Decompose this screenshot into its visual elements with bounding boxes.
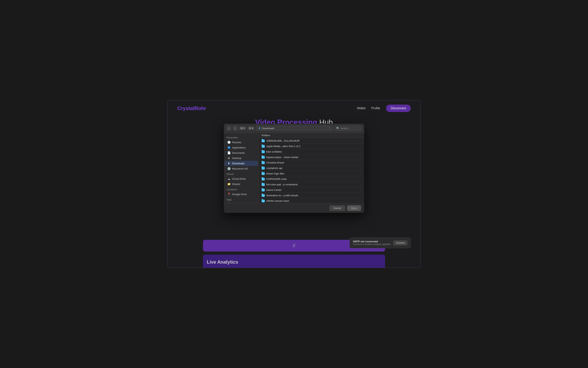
location-icon: ⬇ [258, 127, 261, 130]
open-button[interactable]: Open [347, 205, 361, 211]
file-row[interactable]: FAIRSAVER-main › [259, 176, 364, 182]
folder-icon [262, 139, 265, 142]
sidebar-item-desktop[interactable]: 🖥 Desktop [225, 156, 258, 161]
file-name: b&w scribbles [266, 150, 282, 153]
icloud-drive-icon: ☁ [227, 177, 231, 180]
file-row[interactable]: illustration-su...y-with-clouds › [259, 193, 364, 198]
file-name: crystalrohr-api [266, 167, 282, 170]
xmtp-text: XMTP not connected Connect to enable ana… [353, 240, 391, 246]
sidebar-item-label-applications: Applications [232, 146, 246, 149]
column-view-button[interactable]: ⊞▾ [239, 126, 246, 130]
location-bar[interactable]: ⬇ Downloads ⌃ [256, 126, 333, 131]
file-row[interactable]: infinite-canvas-react › [259, 198, 364, 203]
grid-view-icon: ⊟ [249, 127, 251, 129]
sidebar-item-shared[interactable]: 📁 Shared [225, 182, 258, 186]
chevron-right-icon: › [361, 184, 361, 186]
navbar: CrystalRohr Wallet Profile Disconnect [168, 100, 420, 116]
desktop-icon: 🖥 [227, 156, 231, 160]
file-name: Chowlive Brand [266, 161, 284, 164]
file-name: bypass-payw...-clean-master [266, 156, 298, 159]
sidebar-item-documents[interactable]: 📄 Documents [225, 150, 258, 155]
dialog-sidebar: Favourites 🕐 Recents 🔷 Applications 📄 Do… [224, 133, 259, 203]
sidebar-item-label-desktop: Desktop [232, 157, 241, 160]
chevron-right-icon: › [361, 189, 361, 191]
file-row[interactable]: dream logo files › [259, 171, 364, 176]
chevron-right-icon: › [361, 156, 361, 158]
folder-icon [262, 194, 265, 197]
folder-icon [262, 183, 265, 186]
sidebar-item-label-google-drive: Google Drive [232, 193, 247, 196]
sidebar-item-google-drive[interactable]: 📍 Google Drive [225, 192, 258, 197]
app-window: CrystalRohr Wallet Profile Disconnect Vi… [167, 100, 421, 268]
chevron-right-icon: › [361, 173, 361, 175]
forward-button[interactable]: › [233, 126, 237, 130]
profile-link[interactable]: Profile [371, 107, 380, 110]
folder-icon [262, 161, 265, 164]
sidebar-item-label-recents: Recents [232, 141, 241, 144]
file-row[interactable]: 16695461906...G1L2HnA6JR › [259, 138, 364, 144]
file-row[interactable]: b&w scribbles › [259, 149, 364, 155]
live-analytics-title: Live Analytics [207, 259, 381, 265]
file-row[interactable]: bypass-payw...-clean-master › [259, 155, 364, 160]
file-name: 16695461906...G1L2HnA6JR [266, 139, 300, 142]
file-list: Folders 16695461906...G1L2HnA6JR › Apple… [259, 133, 364, 203]
search-bar[interactable]: 🔍 Search [334, 126, 361, 131]
xmtp-title: XMTP not connected [353, 240, 391, 243]
sidebar-item-applications[interactable]: 🔷 Applications [225, 145, 258, 150]
chevron-right-icon: › [361, 194, 361, 197]
sidebar-item-label-icloud-drive: iCloud Drive [232, 177, 246, 180]
wallet-link[interactable]: Wallet [357, 107, 365, 110]
file-name: dream logo files [266, 172, 284, 175]
folder-icon [262, 156, 265, 159]
locations-label: Locations [224, 187, 259, 191]
dialog-toolbar: ‹ › ⊞▾ ⊟▾ ⬇ Downloads ⌃ 🔍 Search [224, 124, 364, 133]
location-chevron: ⌃ [328, 127, 330, 130]
sidebar-item-icloud-drive[interactable]: ☁ iCloud Drive [225, 176, 258, 181]
file-row[interactable]: Game Center › [259, 187, 364, 193]
chevron-right-icon: › [361, 200, 361, 202]
sidebar-item-downloads[interactable]: ⬇ Downloads [225, 161, 258, 166]
tags-label: Tags [224, 197, 259, 202]
google-drive-icon: 📍 [227, 193, 231, 196]
sidebar-item-label-tag-red: Red [232, 203, 237, 203]
sidebar-item-tag-red[interactable]: 🔴 Red [225, 202, 258, 203]
chevron-right-icon: › [361, 178, 361, 180]
live-analytics-section: Live Analytics [203, 255, 385, 268]
file-name: FAIRSAVER-main [266, 178, 287, 181]
sidebar-item-macintosh-hd[interactable]: 💿 Macintosh HD [225, 166, 258, 171]
sidebar-item-recents[interactable]: 🕐 Recents [225, 140, 258, 145]
grid-view-button[interactable]: ⊟▾ [248, 126, 255, 130]
dialog-footer: Cancel Open [224, 203, 364, 213]
sidebar-item-label-downloads: Downloads [232, 162, 244, 165]
sidebar-item-label-shared: Shared [232, 183, 240, 185]
chevron-right-icon: › [361, 162, 361, 164]
back-button[interactable]: ‹ [227, 126, 231, 130]
file-row[interactable]: full-color-patt...ic-ornaments › [259, 182, 364, 187]
chevron-right-icon: › [361, 167, 361, 169]
folder-icon [262, 200, 265, 202]
xmtp-toast: XMTP not connected Connect to enable ana… [349, 238, 411, 248]
file-picker-dialog: ‹ › ⊞▾ ⊟▾ ⬇ Downloads ⌃ 🔍 Search Favouri… [224, 124, 364, 213]
favourites-label: Favourites [224, 135, 259, 139]
file-row[interactable]: Chowlive Brand › [259, 160, 364, 166]
generate-caption-text: // [293, 243, 295, 248]
recents-icon: 🕐 [227, 141, 231, 144]
file-row[interactable]: crystalrohr-api › [259, 166, 364, 171]
cancel-button[interactable]: Cancel [330, 205, 345, 211]
search-icon: 🔍 [336, 127, 339, 130]
applications-icon: 🔷 [227, 146, 231, 149]
brand-logo: CrystalRohr [177, 105, 206, 111]
folder-icon [262, 167, 265, 170]
xmtp-connect-button[interactable]: Connect [393, 240, 408, 246]
tag-red-icon: 🔴 [227, 203, 231, 203]
dialog-body: Favourites 🕐 Recents 🔷 Applications 📄 Do… [224, 133, 364, 203]
xmtp-subtitle: Connect to enable analytics updates [353, 243, 391, 246]
sidebar-item-label-macintosh-hd: Macintosh HD [232, 167, 248, 170]
disconnect-button[interactable]: Disconnect [386, 105, 411, 112]
folders-header: Folders [259, 133, 364, 138]
chevron-right-icon: › [361, 140, 361, 142]
location-label: Downloads [262, 127, 274, 130]
file-name: full-color-patt...ic-ornaments [266, 183, 298, 186]
file-row[interactable]: Apple Media...ation Part 1 of 2 › [259, 144, 364, 149]
sidebar-item-label-documents: Documents [232, 151, 245, 154]
